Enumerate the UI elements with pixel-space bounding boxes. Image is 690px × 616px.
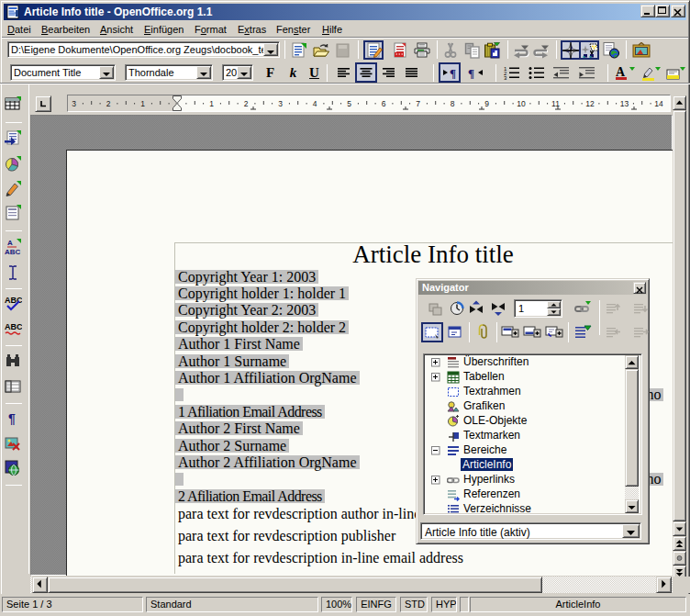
svg-text:5: 5 [347,99,351,108]
svg-text:14: 14 [654,99,663,108]
svg-text:6: 6 [382,99,386,108]
svg-text:3: 3 [72,99,76,108]
svg-text:11: 11 [551,99,560,108]
svg-text:2: 2 [106,99,111,108]
svg-text:¶: ¶ [468,66,474,80]
svg-text:3: 3 [278,99,283,108]
svg-text:ABC: ABC [5,322,22,331]
svg-text:ABC: ABC [5,248,21,256]
svg-text:4: 4 [313,99,317,108]
svg-text:13: 13 [620,99,629,108]
svg-text:9: 9 [484,99,489,108]
svg-text:8: 8 [451,99,455,108]
svg-text:1: 1 [140,99,145,108]
svg-text:2: 2 [244,99,249,108]
svg-text:¶: ¶ [450,66,456,80]
svg-text:12: 12 [585,99,595,108]
svg-text:7: 7 [416,99,420,108]
svg-text:¶: ¶ [8,411,16,426]
svg-text:ABC: ABC [5,296,22,305]
svg-text:1: 1 [209,99,214,108]
svg-text:A: A [616,65,626,79]
svg-text:3: 3 [504,75,507,80]
svg-text:10: 10 [517,99,526,108]
svg-text:A: A [7,239,13,247]
